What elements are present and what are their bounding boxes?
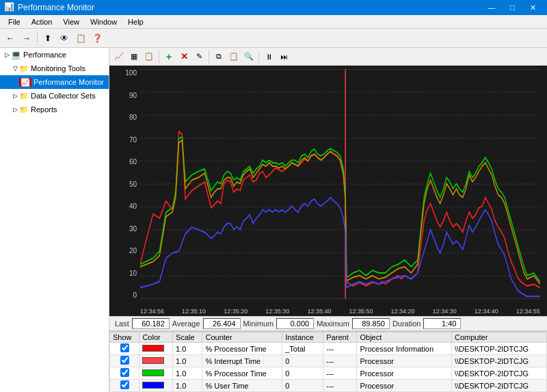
row-show[interactable]: [110, 343, 139, 355]
toolbar-back[interactable]: ←: [3, 31, 18, 46]
menu-bar: File Action View Window Help: [0, 15, 547, 29]
show-checkbox[interactable]: [120, 356, 129, 365]
x-label-7: 12:34:30: [433, 308, 457, 315]
x-label-3: 12:35:30: [265, 308, 289, 315]
toolbar-help[interactable]: ❓: [90, 31, 105, 46]
table-row: 1.0 % Interrupt Time 0 --- Processor \\D…: [110, 355, 547, 367]
monitor-icon: 📈: [19, 78, 31, 87]
chart-svg: [140, 69, 540, 299]
menu-view[interactable]: View: [57, 16, 85, 27]
table-row: 1.0 % Processor Time _Total --- Processo…: [110, 343, 547, 355]
performance-icon: 💻: [11, 50, 21, 60]
sidebar-monitoring-tools-label: Monitoring Tools: [31, 64, 85, 73]
next-btn[interactable]: ⏭: [277, 50, 291, 64]
maximize-button[interactable]: □: [502, 0, 522, 15]
view-line-btn[interactable]: 📈: [112, 50, 126, 64]
toolbar-properties[interactable]: 📋: [73, 31, 88, 46]
th-computer: Computer: [452, 332, 547, 343]
th-instance: Instance: [282, 332, 323, 343]
x-label-1: 12:35:10: [182, 308, 206, 315]
toolbar-up[interactable]: ⬆: [40, 31, 55, 46]
view-report-btn[interactable]: 📋: [142, 50, 156, 64]
table-header-row: Show Color Scale Counter Instance Parent…: [110, 332, 547, 343]
minimize-button[interactable]: —: [481, 0, 502, 15]
add-counter-btn[interactable]: +: [162, 50, 176, 64]
last-value: 60.182: [132, 318, 170, 329]
row-parent: ---: [323, 380, 357, 392]
toolbar-forward[interactable]: →: [19, 31, 34, 46]
toolbar-sep3: [258, 51, 259, 63]
row-show[interactable]: [110, 355, 139, 367]
toolbar-sep1: [159, 51, 159, 63]
menu-action[interactable]: Action: [26, 16, 58, 27]
y-label-90: 90: [113, 92, 139, 99]
row-color: [139, 355, 173, 367]
row-object: Processor Information: [357, 343, 452, 355]
y-label-50: 50: [113, 181, 139, 188]
last-label: Last: [112, 319, 132, 328]
pause-btn[interactable]: ⏸: [262, 50, 276, 64]
max-value: 89.850: [352, 318, 390, 329]
row-parent: ---: [323, 343, 357, 355]
color-swatch: [142, 345, 164, 352]
row-show[interactable]: [110, 367, 139, 380]
remove-counter-btn[interactable]: ✕: [177, 50, 191, 64]
row-object: Processor: [357, 367, 452, 380]
row-counter: % User Time: [202, 380, 282, 392]
row-computer: \\DESKTOP-2IDTCJG: [452, 343, 547, 355]
close-button[interactable]: ✕: [522, 0, 543, 15]
counter-data-table: Show Color Scale Counter Instance Parent…: [109, 332, 547, 392]
y-label-100: 100: [113, 69, 139, 77]
row-instance: 0: [282, 367, 323, 380]
sidebar-item-performance-monitor[interactable]: 📈 Performance Monitor: [0, 75, 109, 89]
view-histo-btn[interactable]: ▦: [127, 50, 141, 64]
sidebar-reports-label: Reports: [31, 105, 57, 114]
toolbar-show-hide[interactable]: 👁: [57, 31, 72, 46]
main-area: ▷ 💻 Performance ▽ 📁 Monitoring Tools 📈 P…: [0, 48, 547, 392]
row-computer: \\DESKTOP-2IDTCJG: [452, 380, 547, 392]
paste-btn[interactable]: 📋: [227, 50, 241, 64]
x-label-2: 12:35:20: [224, 308, 248, 315]
y-label-70: 70: [113, 136, 139, 144]
menu-help[interactable]: Help: [122, 16, 149, 27]
sidebar-item-monitoring-tools[interactable]: ▽ 📁 Monitoring Tools: [0, 62, 109, 75]
toolbar-sep2: [209, 51, 209, 63]
folder-icon: 📁: [19, 64, 29, 73]
counter-table: Show Color Scale Counter Instance Parent…: [109, 331, 547, 392]
row-color: [139, 380, 173, 392]
x-label-0: 12:34:56: [140, 308, 164, 315]
sidebar-item-reports[interactable]: ▷ 📁 Reports: [0, 103, 109, 116]
color-swatch: [142, 357, 164, 364]
edit-counter-btn[interactable]: ✎: [192, 50, 206, 64]
show-checkbox[interactable]: [120, 380, 129, 389]
menu-file[interactable]: File: [3, 16, 26, 27]
toolbar-sep1: [37, 31, 38, 45]
expand-icon-monitoring: ▽: [11, 64, 19, 73]
sidebar-root-performance[interactable]: ▷ 💻 Performance: [0, 48, 109, 62]
show-checkbox[interactable]: [120, 343, 129, 352]
row-counter: % Processor Time: [202, 367, 282, 380]
color-swatch: [142, 382, 164, 389]
main-toolbar: ← → ⬆ 👁 📋 ❓: [0, 29, 547, 48]
sidebar-item-data-collector[interactable]: ▷ 📁 Data Collector Sets: [0, 89, 109, 103]
find-btn[interactable]: 🔍: [242, 50, 256, 64]
color-swatch: [142, 369, 164, 376]
x-label-9: 12:34:55: [516, 308, 540, 315]
row-computer: \\DESKTOP-2IDTCJG: [452, 355, 547, 367]
copy-image-btn[interactable]: ⧉: [212, 50, 226, 64]
menu-window[interactable]: Window: [85, 16, 122, 27]
show-checkbox[interactable]: [120, 368, 129, 377]
y-axis-labels: 100 90 80 70 60 50 40 30 20 10 0: [113, 69, 139, 299]
th-object: Object: [357, 332, 452, 343]
y-label-30: 30: [113, 225, 139, 233]
y-label-20: 20: [113, 247, 139, 254]
folder-icon-data: 📁: [19, 92, 29, 101]
table-row: 1.0 % User Time 0 --- Processor \\DESKTO…: [110, 380, 547, 392]
row-show[interactable]: [110, 380, 139, 392]
app-icon: 📊: [4, 2, 15, 13]
row-scale: 1.0: [173, 343, 202, 355]
duration-value: 1:40: [423, 318, 461, 329]
y-label-10: 10: [113, 270, 139, 277]
sidebar-perf-monitor-label: Performance Monitor: [34, 78, 104, 86]
chart-svg-container: [140, 69, 540, 299]
